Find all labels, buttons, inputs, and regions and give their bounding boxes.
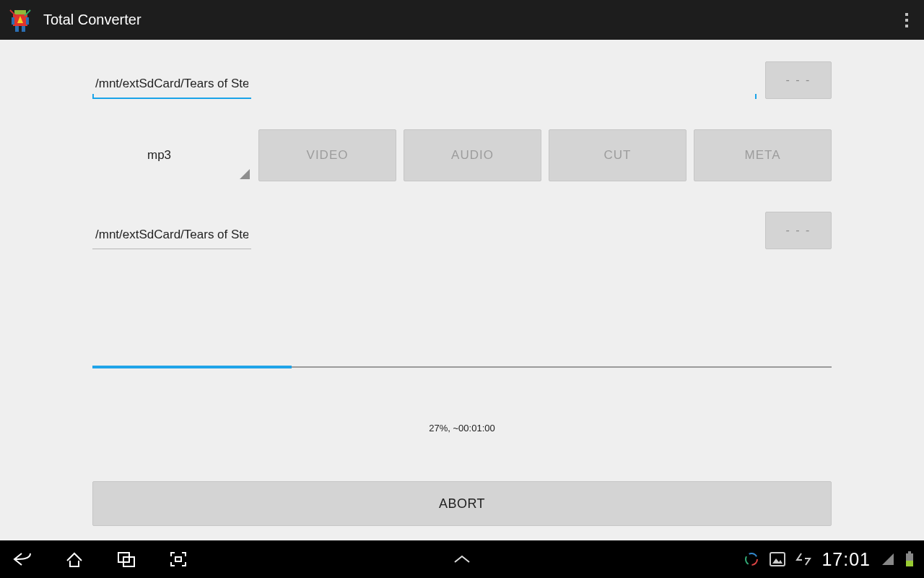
audio-button[interactable]: AUDIO bbox=[404, 129, 541, 181]
dest-row: - - - bbox=[92, 212, 832, 249]
app-icon bbox=[6, 6, 35, 35]
svg-rect-11 bbox=[175, 557, 181, 561]
svg-rect-19 bbox=[908, 551, 911, 553]
home-icon[interactable] bbox=[62, 547, 87, 571]
battery-icon bbox=[905, 551, 914, 567]
svg-marker-17 bbox=[882, 553, 894, 565]
svg-rect-5 bbox=[15, 26, 19, 32]
progress-fill bbox=[92, 366, 292, 368]
svg-rect-0 bbox=[14, 10, 26, 14]
dest-browse-button[interactable]: - - - bbox=[765, 212, 832, 249]
source-browse-button[interactable]: - - - bbox=[765, 61, 832, 99]
progress-area: 27%, ~00:01:00 bbox=[92, 366, 832, 434]
source-path-input[interactable] bbox=[92, 70, 251, 99]
signal-icon bbox=[881, 552, 895, 566]
app-title: Total Converter bbox=[43, 12, 141, 28]
progress-text: 27%, ~00:01:00 bbox=[92, 423, 832, 434]
progress-bar bbox=[92, 366, 832, 368]
action-bar: Total Converter bbox=[0, 0, 924, 40]
cut-button[interactable]: CUT bbox=[549, 129, 687, 181]
meta-button[interactable]: META bbox=[694, 129, 832, 181]
picture-icon bbox=[770, 552, 785, 566]
expand-up-icon[interactable] bbox=[450, 549, 474, 569]
source-row: - - - bbox=[92, 61, 832, 99]
svg-marker-16 bbox=[772, 558, 783, 564]
video-button[interactable]: VIDEO bbox=[258, 129, 396, 181]
svg-rect-20 bbox=[906, 561, 913, 566]
main-content: - - - mp3 VIDEO AUDIO CUT META - - - 27%… bbox=[0, 40, 924, 540]
dest-path-input[interactable] bbox=[92, 220, 251, 249]
svg-rect-4 bbox=[26, 17, 29, 25]
overflow-menu-icon[interactable] bbox=[898, 6, 915, 35]
svg-rect-6 bbox=[22, 26, 25, 32]
svg-rect-15 bbox=[770, 553, 785, 566]
format-spinner-value: mp3 bbox=[147, 148, 171, 163]
charging-icon bbox=[796, 552, 811, 566]
screenshot-icon[interactable] bbox=[166, 547, 191, 571]
svg-rect-3 bbox=[12, 17, 14, 25]
format-spinner[interactable]: mp3 bbox=[92, 129, 251, 181]
recent-apps-icon[interactable] bbox=[114, 547, 139, 571]
status-tray: 17:01 bbox=[744, 549, 914, 570]
status-clock: 17:01 bbox=[821, 549, 871, 570]
options-row: mp3 VIDEO AUDIO CUT META bbox=[92, 129, 832, 181]
sync-icon bbox=[744, 551, 759, 567]
back-icon[interactable] bbox=[10, 547, 35, 571]
spinner-triangle-icon bbox=[240, 169, 250, 179]
abort-button[interactable]: ABORT bbox=[92, 481, 832, 526]
